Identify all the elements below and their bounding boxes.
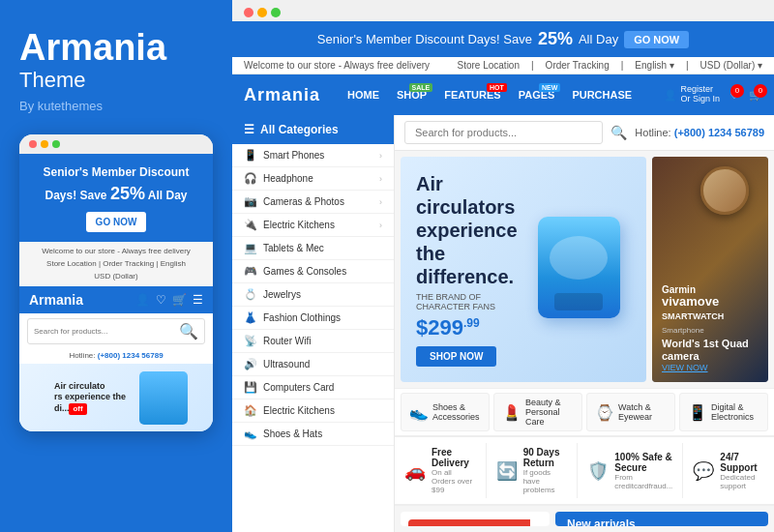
search-icon[interactable]: 🔍	[610, 125, 627, 140]
nav-link-home[interactable]: HOME	[340, 85, 387, 104]
nav-user-icon-wrap[interactable]: 👤 Register Or Sign In	[664, 85, 720, 104]
cat-watch-label: Watch &Eyewear	[618, 402, 652, 422]
side-model: vivamove SMARTWATCH	[662, 295, 759, 323]
cat-watch[interactable]: ⌚ Watch &Eyewear	[586, 393, 675, 431]
top-promo-bar: Senior's Member Discount Days! Save 25% …	[232, 21, 774, 57]
beauty-icon: 💄	[502, 403, 521, 422]
brand-sub: Theme	[19, 68, 85, 93]
phone-dot-red	[29, 140, 37, 148]
digital-icon: 📱	[688, 403, 707, 422]
secure-title: 100% Safe & Secure	[614, 452, 672, 473]
sidebar-item-tablets[interactable]: 💻Tablets & Mec	[232, 237, 394, 260]
side-desc2: World's 1st Quad camera	[662, 338, 759, 363]
phone-menu-icon[interactable]: ☰	[193, 293, 203, 307]
phone-user-icon[interactable]: 👤	[135, 293, 150, 307]
nav-link-features[interactable]: FEATURESHOT	[436, 85, 508, 104]
sidebar-item-shoes[interactable]: 👟Shoes & Hats	[232, 423, 394, 446]
language-selector[interactable]: English ▾	[635, 60, 674, 71]
phone-info-line3: USD (Dollar)	[27, 271, 205, 283]
sidebar-item-cameras[interactable]: 📷Cameras & Photos›	[232, 191, 394, 214]
go-now-button[interactable]: GO NOW	[624, 31, 689, 48]
phone-hotline-number: (+800) 1234 56789	[98, 351, 164, 360]
wishlist-count: 0	[730, 84, 744, 98]
phone-mockup: Senior's Member Discount Days! Save 25% …	[19, 134, 213, 431]
sidebar-header: ☰ All Categories	[232, 115, 394, 144]
sidebar-item-router[interactable]: 📡Router Wifi	[232, 330, 394, 353]
sidebar-item-electric-kitchens[interactable]: 🔌Electric Kitchens›	[232, 214, 394, 237]
site-brand[interactable]: Armania	[244, 85, 320, 105]
new-arrivals-panel: New arrivals 🍳 🔪 📷 💻	[555, 512, 768, 526]
sidebar-item-ultrasound[interactable]: 🔊Ultrasound	[232, 353, 394, 376]
search-area: 🔍 Hotline: (+800) 1234 56789	[395, 115, 774, 151]
nav-link-pages[interactable]: PAGESNEW	[511, 85, 563, 104]
side-view-now-link[interactable]: VIEW NOW	[662, 363, 759, 372]
nav-link-purchase[interactable]: PURCHASE	[564, 85, 640, 104]
delivery-desc: On all Orders over $99	[432, 468, 476, 494]
new-arrivals-header: New arrivals	[555, 512, 768, 526]
phone-dot-yellow	[41, 140, 48, 148]
delivery-icon: 🚗	[404, 460, 426, 482]
phone-cart-icon[interactable]: 🛒	[172, 293, 187, 307]
brand-title: Armania	[19, 29, 166, 66]
currency-selector[interactable]: USD (Dollar) ▾	[700, 60, 762, 71]
nav-wishlist-btn[interactable]: ♡ 0	[729, 89, 739, 102]
sidebar: ☰ All Categories 📱Smart Phones› 🎧Headpho…	[232, 115, 395, 532]
hero-side-panel: Garmin vivamove SMARTWATCH Smartphone Wo…	[652, 157, 768, 382]
store-location-link[interactable]: Store Location	[458, 60, 521, 71]
deals-panel: Deals of the Week 💻 Tempered Glass Film …	[401, 512, 550, 526]
sidebar-item-games[interactable]: 🎮Games & Consoles	[232, 260, 394, 283]
sign-in-label: Or Sign In	[680, 95, 720, 104]
nav-link-shop[interactable]: SHOPSALE	[389, 85, 434, 104]
phone-promo-pct: 25%	[110, 184, 145, 203]
pages-badge: NEW	[539, 83, 560, 92]
by-line: By kutethemes	[19, 99, 103, 113]
benefit-return-text: 90 Days Return If goods have problems	[523, 447, 568, 494]
sidebar-item-computers[interactable]: 💾Computers Card	[232, 376, 394, 399]
cat-shoes-label: Shoes &Accessories	[432, 402, 480, 422]
phone-heart-icon[interactable]: ♡	[156, 293, 166, 307]
info-bar-right: Store Location | Order Tracking | Englis…	[458, 60, 763, 71]
sidebar-item-jewelry[interactable]: 💍Jewelrys	[232, 283, 394, 307]
support-desc: Dedicated support	[720, 473, 764, 490]
return-desc: If goods have problems	[523, 468, 568, 494]
phone-hotline: Hotline: (+800) 1234 56789	[19, 349, 213, 364]
delivery-title: Free Delivery	[432, 447, 476, 468]
main-content: 🔍 Hotline: (+800) 1234 56789 Air circula…	[395, 115, 774, 532]
phone-info-bar: Welcome to our store - Always free deliv…	[19, 242, 213, 286]
phone-nav-brand: Armania	[29, 292, 83, 308]
phone-promo-main: Senior's Member Discount Days! Save 25% …	[27, 163, 205, 207]
support-title: 24/7 Support	[720, 452, 764, 473]
phone-hero-product-img	[139, 371, 188, 425]
cat-shoes[interactable]: 👟 Shoes &Accessories	[401, 393, 490, 431]
hotline-number: (+800) 1234 56789	[674, 127, 764, 138]
phone-hero-img: Air circulators experience thedi...off	[19, 364, 213, 431]
sidebar-item-smartphones[interactable]: 📱Smart Phones›	[232, 144, 394, 167]
cat-digital[interactable]: 📱 Digital &Electronics	[679, 393, 768, 431]
sidebar-item-electric2[interactable]: 🏠Electric Kitchens	[232, 399, 394, 423]
left-panel: Armania Theme By kutethemes Senior's Mem…	[0, 0, 232, 532]
right-panel: Senior's Member Discount Days! Save 25% …	[232, 0, 774, 532]
benefit-support: 💬 24/7 Support Dedicated support	[683, 443, 774, 498]
phone-top-bar	[19, 134, 213, 154]
phone-search-bar[interactable]: 🔍	[27, 318, 205, 344]
info-bar: Welcome to our store - Always free deliv…	[232, 57, 774, 74]
phone-go-btn[interactable]: GO NOW	[86, 212, 147, 232]
phone-promo-text2: Days! Save	[45, 189, 107, 202]
order-tracking-link[interactable]: Order Tracking	[546, 60, 610, 71]
shop-now-btn[interactable]: SHOP NOW	[416, 346, 496, 367]
hotline-text: Hotline: (+800) 1234 56789	[635, 127, 764, 138]
phone-hero-text: Air circulators experience thedi...off	[45, 381, 135, 416]
sidebar-item-headphone[interactable]: 🎧Headphone›	[232, 167, 394, 191]
nav-cart-btn[interactable]: 🛒 0	[749, 89, 762, 102]
cat-beauty[interactable]: 💄 Beauty &Personal Care	[493, 393, 582, 431]
phone-nav-icons: 👤 ♡ 🛒 ☰	[135, 293, 203, 307]
return-icon: 🔄	[496, 460, 518, 482]
info-bar-welcome: Welcome to our store - Always free deliv…	[244, 60, 430, 71]
sidebar-item-fashion[interactable]: 👗Fashion Clothings	[232, 307, 394, 330]
phone-search-icon[interactable]: 🔍	[179, 322, 198, 340]
search-input[interactable]	[404, 121, 603, 144]
phone-search-input[interactable]	[34, 327, 179, 336]
phone-promo-text3: All Day	[148, 189, 188, 202]
support-icon: 💬	[693, 460, 714, 482]
hero-text: Air circulators experience the differenc…	[416, 172, 531, 367]
